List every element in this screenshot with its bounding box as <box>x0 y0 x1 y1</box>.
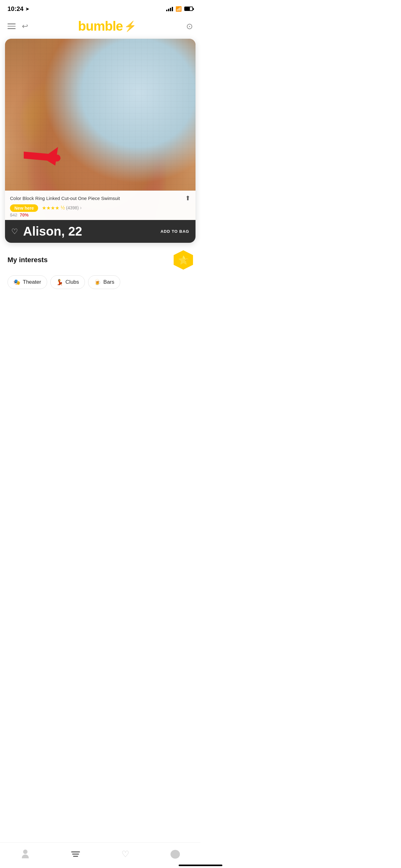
clubs-label: Clubs <box>66 279 79 285</box>
location-icon: ➤ <box>25 6 29 12</box>
boost-button[interactable]: ⭐ <box>174 250 193 270</box>
new-here-badge: New here <box>10 204 38 212</box>
profile-photo: Color Block Ring Linked Cut-out One Piec… <box>5 39 196 220</box>
status-bar: 10:24 ➤ 📶 <box>0 0 201 16</box>
wifi-icon: 📶 <box>175 6 182 12</box>
add-to-bag-button[interactable]: ADD TO BAG <box>161 229 189 234</box>
bars-emoji: 🍺 <box>94 279 101 286</box>
interests-tags: 🎭 Theater 💃 Clubs 🍺 Bars <box>7 275 193 289</box>
back-button[interactable]: ↩ <box>22 22 28 31</box>
boost-star-icon: ⭐ <box>178 255 189 265</box>
status-icons: 📶 <box>166 6 193 12</box>
filter-button[interactable]: ⊙ <box>186 22 193 31</box>
header: ↩ bumble⚡ ⊙ <box>0 16 201 39</box>
chevron-right-icon[interactable]: › <box>80 205 81 211</box>
discount-price: 70% <box>20 213 28 217</box>
profile-name: Alison, 22 <box>23 224 156 239</box>
interest-tag-bars[interactable]: 🍺 Bars <box>88 275 120 289</box>
app-logo: bumble⚡ <box>78 19 136 34</box>
review-count: (4398) <box>66 205 79 210</box>
signal-bars <box>166 6 173 11</box>
interests-section: My interests ⭐ 🎭 Theater 💃 Clubs 🍺 Bars <box>0 243 201 294</box>
battery-icon <box>184 6 193 11</box>
stars-row: ★★★★½ (4398) › <box>42 205 81 211</box>
share-button[interactable]: ⬆ <box>185 194 191 202</box>
clubs-emoji: 💃 <box>56 279 63 286</box>
interest-tag-clubs[interactable]: 💃 Clubs <box>50 275 85 289</box>
red-arrow <box>24 137 64 173</box>
svg-marker-1 <box>43 146 64 169</box>
theater-emoji: 🎭 <box>13 279 20 286</box>
interests-title: My interests <box>7 256 47 264</box>
original-price: $42 <box>10 213 17 217</box>
theater-label: Theater <box>23 279 41 285</box>
menu-button[interactable] <box>7 24 15 29</box>
interest-tag-theater[interactable]: 🎭 Theater <box>7 275 47 289</box>
bars-label: Bars <box>103 279 114 285</box>
name-bar: ♡ Alison, 22 ADD TO BAG <box>5 220 196 243</box>
price-row: $42 70% <box>10 213 191 217</box>
product-overlay: Color Block Ring Linked Cut-out One Piec… <box>5 191 196 220</box>
product-name: Color Block Ring Linked Cut-out One Piec… <box>10 195 185 201</box>
status-time: 10:24 ➤ <box>7 5 29 12</box>
profile-card: Color Block Ring Linked Cut-out One Piec… <box>5 39 196 243</box>
like-button[interactable]: ♡ <box>11 227 18 236</box>
